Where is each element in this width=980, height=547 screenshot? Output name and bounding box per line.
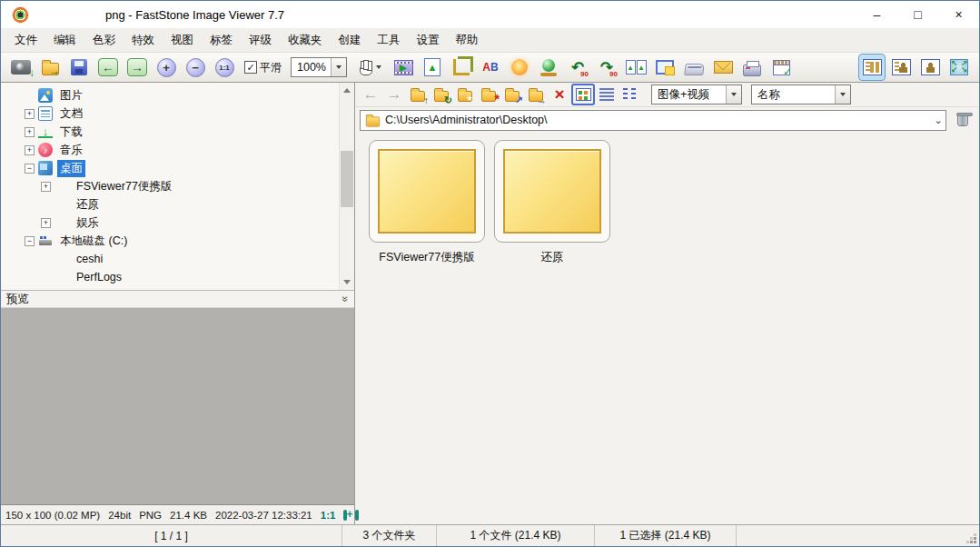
move-to-button[interactable]: → <box>524 84 548 105</box>
slideshow-button[interactable]: ▶ <box>391 55 416 80</box>
scroll-down-button[interactable] <box>340 274 354 290</box>
fullscreen-button[interactable]: ↖↗↙↘ <box>946 55 972 80</box>
hand-tool-button[interactable] <box>352 55 387 80</box>
actual-size-preview-icon[interactable] <box>343 510 347 521</box>
settings-button[interactable]: ✓ <box>768 55 794 80</box>
smooth-checkbox[interactable]: ✓ <box>244 61 257 74</box>
rotate-left-button[interactable]: ↶ 90 <box>565 55 590 80</box>
up-folder-button[interactable]: ↑ <box>406 84 430 105</box>
tree-item-下载[interactable]: +↓下载 <box>1 123 339 141</box>
compare-images-button[interactable]: ▲ ▲ <box>623 55 648 80</box>
sort-combobox[interactable]: 名称 <box>751 85 851 104</box>
address-combobox[interactable]: ⌄ <box>360 110 946 131</box>
file-item-FSViewer77便携版[interactable]: FSViewer77便携版 <box>364 140 490 265</box>
tree-item-ceshi[interactable]: ceshi <box>1 250 339 268</box>
collapse-icon[interactable]: − <box>25 164 35 174</box>
clear-history-button[interactable] <box>952 109 974 131</box>
favorites-button[interactable]: ★ <box>453 84 477 105</box>
chevron-down-icon[interactable]: ⌄ <box>931 114 945 126</box>
delete-button[interactable]: × <box>548 84 571 105</box>
copy-to-button[interactable]: ↗ <box>500 84 524 105</box>
menu-item-6[interactable]: 评级 <box>241 29 280 52</box>
sort-dropdown-button[interactable] <box>835 85 850 104</box>
next-image-button[interactable]: → <box>124 55 150 80</box>
acquire-camera-button[interactable]: ↓ <box>8 55 34 80</box>
crop-button[interactable] <box>449 55 474 80</box>
print-button[interactable] <box>739 55 765 80</box>
menu-item-4[interactable]: 视图 <box>163 29 202 52</box>
fit-window-preview-icon[interactable] <box>355 510 359 521</box>
zoom-combobox[interactable]: 100% <box>291 57 347 77</box>
tree-item-娱乐[interactable]: +娱乐 <box>1 214 339 232</box>
email-button[interactable] <box>710 55 736 80</box>
layout-preview-button[interactable] <box>888 55 914 80</box>
thumbnail-card[interactable] <box>369 140 485 243</box>
menu-item-10[interactable]: 设置 <box>409 29 448 52</box>
minimize-button[interactable]: – <box>856 1 897 28</box>
zoom-in-button[interactable]: + <box>153 55 179 80</box>
music-icon: ♪ <box>38 143 53 157</box>
actual-size-button[interactable]: 1:1 <box>212 55 237 80</box>
resize-button[interactable]: ▲ <box>420 55 445 80</box>
back-button[interactable]: ← <box>359 84 382 105</box>
menu-item-7[interactable]: 收藏夹 <box>280 29 331 52</box>
check-icon: ✓ <box>783 66 792 77</box>
thumbnail-view-button[interactable] <box>571 84 595 105</box>
scrollbar-track[interactable] <box>340 98 354 274</box>
tree-item-文档[interactable]: +文档 <box>1 104 339 123</box>
scrollbar-thumb[interactable] <box>341 151 353 207</box>
open-file-button[interactable]: → <box>37 55 63 80</box>
tree-item-本地磁盘 (C:)[interactable]: −本地磁盘 (C:) <box>1 232 339 250</box>
adjust-colors-button[interactable] <box>507 55 532 80</box>
filter-combobox[interactable]: 图像+视频 <box>651 85 742 104</box>
maximize-button[interactable]: □ <box>897 1 938 28</box>
menu-item-5[interactable]: 标签 <box>202 29 241 52</box>
menu-item-1[interactable]: 编辑 <box>45 29 84 52</box>
menu-item-2[interactable]: 色彩 <box>84 29 124 52</box>
collapse-icon[interactable]: − <box>25 236 35 246</box>
tree-scrollbar[interactable] <box>339 83 354 290</box>
forward-button[interactable]: → <box>382 84 406 105</box>
save-as-button[interactable] <box>66 55 92 80</box>
scan-button[interactable] <box>681 55 707 80</box>
expand-icon[interactable]: + <box>25 127 35 137</box>
zoom-dropdown-button[interactable] <box>331 58 346 76</box>
thumbnail-card[interactable] <box>494 140 610 243</box>
draw-text-button[interactable]: AB <box>478 55 503 80</box>
tree-item-图片[interactable]: 图片 <box>1 86 339 104</box>
tree-item-音乐[interactable]: +♪音乐 <box>1 141 339 159</box>
expand-icon[interactable]: + <box>25 145 35 155</box>
chevron-down-icon <box>731 93 737 96</box>
thumbnail-view-icon <box>576 88 591 101</box>
menu-item-3[interactable]: 特效 <box>124 29 163 52</box>
address-input[interactable] <box>381 114 931 126</box>
expand-icon[interactable]: + <box>41 218 51 228</box>
screen-capture-button[interactable] <box>652 55 678 80</box>
rotate-right-button[interactable]: ↷ 90 <box>594 55 619 80</box>
tree-item-PerfLogs[interactable]: PerfLogs <box>1 268 339 286</box>
resize-grip[interactable] <box>974 541 976 543</box>
refresh-button[interactable]: ↻ <box>430 84 453 105</box>
expand-icon[interactable]: + <box>41 182 51 192</box>
new-folder-button[interactable]: * <box>477 84 500 105</box>
layout-image-button[interactable] <box>917 55 943 80</box>
previous-image-button[interactable]: ← <box>95 55 121 80</box>
tree-item-桌面[interactable]: −桌面 <box>1 159 339 177</box>
zoom-out-button[interactable]: − <box>183 55 208 80</box>
close-button[interactable]: × <box>938 1 979 28</box>
scroll-up-button[interactable] <box>340 83 354 98</box>
clone-stamp-button[interactable] <box>536 55 561 80</box>
list-view-button[interactable] <box>619 84 642 105</box>
tree-item-还原[interactable]: 还原 <box>1 195 339 214</box>
file-item-还原[interactable]: 还原 <box>490 140 615 265</box>
menu-item-8[interactable]: 创建 <box>331 29 370 52</box>
layout-browser-button[interactable] <box>859 55 885 80</box>
detail-view-button[interactable] <box>595 84 619 105</box>
menu-item-11[interactable]: 帮助 <box>448 29 487 52</box>
expand-icon[interactable]: + <box>25 109 35 119</box>
filter-dropdown-button[interactable] <box>726 85 741 104</box>
tree-item-FSViewer77便携版[interactable]: +FSViewer77便携版 <box>1 177 339 195</box>
menu-item-0[interactable]: 文件 <box>6 29 45 52</box>
collapse-preview-button[interactable]: » <box>340 296 352 303</box>
menu-item-9[interactable]: 工具 <box>370 29 409 52</box>
